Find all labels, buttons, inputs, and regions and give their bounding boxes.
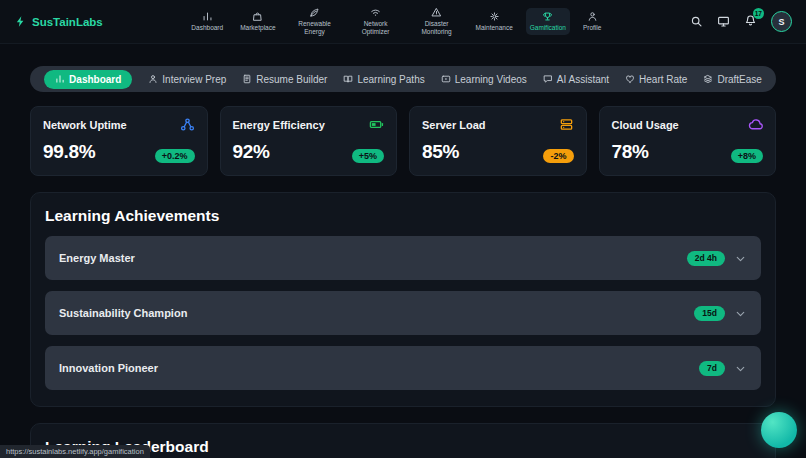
subnav-item-label: Heart Rate — [639, 74, 687, 85]
monitor-icon[interactable] — [717, 15, 730, 28]
stat-value: 92% — [233, 141, 270, 163]
brand[interactable]: SusTainLabs — [14, 15, 103, 28]
user-icon — [587, 11, 598, 22]
top-nav: Dashboard Marketplace Renewable Energy N… — [187, 4, 605, 39]
subnav-item-label: Dashboard — [69, 74, 121, 85]
video-icon — [441, 74, 451, 84]
heart-icon — [625, 74, 635, 84]
achievement-name: Innovation Pioneer — [59, 362, 158, 374]
chevron-down-icon — [734, 307, 747, 320]
subnav-item-draftease[interactable]: DraftEase — [703, 74, 761, 85]
stat-card-network-uptime: Network Uptime 99.8% +0.2% — [30, 106, 208, 176]
stat-card-server-load: Server Load 85% -2% — [409, 106, 587, 176]
topnav-item-network-optimizer[interactable]: Network Optimizer — [350, 4, 402, 39]
learning-achievements-panel: Learning Achievements Energy Master 2d 4… — [30, 192, 776, 407]
chat-fab-button[interactable] — [761, 412, 797, 448]
achievement-name: Energy Master — [59, 252, 135, 264]
stat-delta-badge: -2% — [543, 149, 573, 163]
shopping-bag-icon — [252, 11, 263, 22]
topnav-item-label: Profile — [583, 24, 601, 32]
brand-lightning-icon — [14, 15, 27, 28]
achievement-time-badge: 7d — [699, 361, 725, 376]
alert-triangle-icon — [431, 7, 442, 18]
topnav-item-disaster-monitoring[interactable]: Disaster Monitoring — [411, 4, 463, 39]
topnav-item-label: Network Optimizer — [354, 20, 398, 36]
search-icon[interactable] — [690, 15, 703, 28]
panel-title: Learning Achievements — [45, 207, 761, 225]
notifications-button[interactable]: 17 — [744, 13, 757, 31]
topnav-item-label: Gamification — [530, 24, 566, 32]
stat-card-energy-efficiency: Energy Efficiency 92% +5% — [220, 106, 398, 176]
panel-title: Learning Leaderboard — [45, 438, 761, 456]
trophy-icon — [542, 11, 553, 22]
subnav-item-label: Learning Paths — [357, 74, 424, 85]
subnav-item-learning-videos[interactable]: Learning Videos — [441, 74, 527, 85]
sub-navigation: Dashboard Interview Prep Resume Builder … — [30, 66, 776, 92]
top-actions: 17 S — [690, 11, 792, 32]
stat-label: Energy Efficiency — [233, 119, 325, 131]
chat-icon — [543, 74, 553, 84]
subnav-item-label: Resume Builder — [256, 74, 327, 85]
stat-value: 85% — [422, 141, 459, 163]
topnav-item-label: Maintenance — [476, 24, 513, 32]
topnav-item-label: Dashboard — [191, 24, 223, 32]
topnav-item-label: Disaster Monitoring — [415, 20, 459, 36]
topnav-item-label: Renewable Energy — [293, 20, 337, 36]
stats-row: Network Uptime 99.8% +0.2% Energy Effici… — [30, 106, 776, 176]
layers-icon — [703, 74, 713, 84]
stat-value: 78% — [612, 141, 649, 163]
stat-delta-badge: +5% — [352, 149, 384, 163]
notification-count-badge: 17 — [753, 8, 764, 19]
subnav-item-label: DraftEase — [717, 74, 761, 85]
subnav-item-ai-assistant[interactable]: AI Assistant — [543, 74, 609, 85]
leaf-icon — [309, 7, 320, 18]
stat-value: 99.8% — [43, 141, 95, 163]
book-icon — [343, 74, 353, 84]
bar-chart-icon — [202, 11, 213, 22]
battery-icon — [369, 117, 384, 132]
stat-label: Network Uptime — [43, 119, 127, 131]
subnav-item-dashboard[interactable]: Dashboard — [44, 70, 132, 89]
server-icon — [559, 117, 574, 132]
network-nodes-icon — [180, 117, 195, 132]
achievement-name: Sustainability Champion — [59, 307, 187, 319]
topnav-item-maintenance[interactable]: Maintenance — [472, 8, 517, 35]
status-url: https://sustainlabs.netlify.app/gamifica… — [0, 445, 150, 458]
subnav-item-heart-rate[interactable]: Heart Rate — [625, 74, 687, 85]
achievement-time-badge: 2d 4h — [687, 251, 725, 266]
topnav-item-dashboard[interactable]: Dashboard — [187, 8, 227, 35]
subnav-item-label: Learning Videos — [455, 74, 527, 85]
topnav-item-label: Marketplace — [240, 24, 275, 32]
topnav-item-marketplace[interactable]: Marketplace — [236, 8, 279, 35]
stat-delta-badge: +0.2% — [155, 149, 195, 163]
subnav-item-resume-builder[interactable]: Resume Builder — [242, 74, 327, 85]
top-navigation-bar: SusTainLabs Dashboard Marketplace Renewa… — [0, 0, 806, 44]
signal-icon — [370, 7, 381, 18]
topnav-item-gamification[interactable]: Gamification — [526, 8, 570, 35]
brand-name: SusTainLabs — [32, 16, 103, 28]
chevron-down-icon — [734, 252, 747, 265]
subnav-item-label: Interview Prep — [162, 74, 226, 85]
achievement-time-badge: 15d — [694, 306, 725, 321]
cloud-icon — [748, 117, 763, 132]
document-icon — [242, 74, 252, 84]
chevron-down-icon — [734, 362, 747, 375]
subnav-item-learning-paths[interactable]: Learning Paths — [343, 74, 424, 85]
avatar[interactable]: S — [771, 11, 792, 32]
stat-delta-badge: +8% — [731, 149, 763, 163]
stat-label: Cloud Usage — [612, 119, 679, 131]
bar-chart-icon — [55, 74, 65, 84]
achievement-row-energy-master[interactable]: Energy Master 2d 4h — [45, 236, 761, 280]
topnav-item-profile[interactable]: Profile — [579, 8, 605, 35]
topnav-item-renewable-energy[interactable]: Renewable Energy — [289, 4, 341, 39]
achievement-row-innovation-pioneer[interactable]: Innovation Pioneer 7d — [45, 346, 761, 390]
achievement-row-sustainability-champion[interactable]: Sustainability Champion 15d — [45, 291, 761, 335]
user-icon — [148, 74, 158, 84]
gear-icon — [489, 11, 500, 22]
subnav-item-interview-prep[interactable]: Interview Prep — [148, 74, 226, 85]
subnav-item-label: AI Assistant — [557, 74, 609, 85]
stat-label: Server Load — [422, 119, 486, 131]
stat-card-cloud-usage: Cloud Usage 78% +8% — [599, 106, 777, 176]
main-content: Dashboard Interview Prep Resume Builder … — [0, 44, 806, 458]
